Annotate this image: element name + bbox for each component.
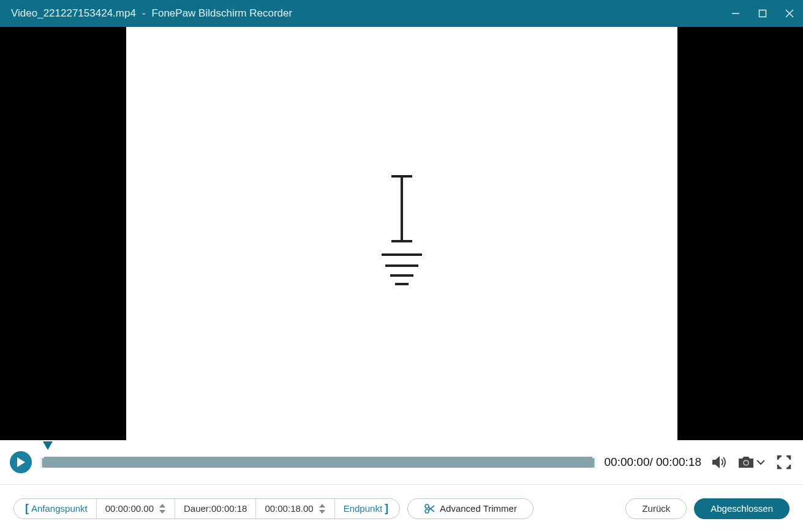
scissors-icon xyxy=(424,503,435,514)
video-canvas xyxy=(126,27,677,440)
title-separator: - xyxy=(142,7,146,20)
title-filename: Video_221227153424.mp4 xyxy=(11,7,136,20)
trim-end-button[interactable]: Endpunkt ] xyxy=(335,499,399,519)
chevron-down-icon xyxy=(756,459,765,465)
svg-marker-11 xyxy=(17,457,25,467)
video-content-glyph xyxy=(374,173,429,295)
done-button-label: Abgeschlossen xyxy=(711,503,773,514)
snapshot-menu-button[interactable] xyxy=(755,453,766,471)
trim-duration-value: 00:00:18 xyxy=(211,503,247,514)
trim-segment-group: [ Anfangspunkt 00:00:00.00 Dauer:00:00:1… xyxy=(13,498,400,519)
svg-marker-15 xyxy=(159,504,165,508)
advanced-trimmer-label: Advanced Trimmer xyxy=(440,503,517,514)
play-icon xyxy=(17,457,25,467)
window-controls xyxy=(722,0,803,27)
svg-rect-1 xyxy=(760,10,766,17)
trim-end-label: Endpunkt xyxy=(344,503,382,514)
bracket-close-icon: ] xyxy=(385,502,388,515)
advanced-trimmer-button[interactable]: Advanced Trimmer xyxy=(407,498,533,519)
svg-marker-16 xyxy=(159,510,165,514)
trim-start-button[interactable]: [ Anfangspunkt xyxy=(14,499,97,519)
snapshot-button[interactable] xyxy=(737,453,755,471)
time-separator: / xyxy=(649,455,656,468)
trim-end-time-cell[interactable]: 00:00:18.00 xyxy=(256,499,334,519)
trim-duration-cell: Dauer:00:00:18 xyxy=(175,499,256,519)
timeline-track[interactable] xyxy=(40,457,596,468)
svg-point-14 xyxy=(744,461,748,465)
playhead-marker[interactable] xyxy=(43,441,53,452)
back-button[interactable]: Zurück xyxy=(625,498,687,519)
svg-marker-18 xyxy=(319,510,325,514)
trim-end-time: 00:00:18.00 xyxy=(265,503,313,514)
trim-start-time: 00:00:00.00 xyxy=(105,503,154,514)
bracket-open-icon: [ xyxy=(25,502,29,515)
done-button[interactable]: Abgeschlossen xyxy=(694,498,790,519)
volume-button[interactable] xyxy=(710,453,728,471)
maximize-button[interactable] xyxy=(749,0,776,27)
end-time-step-up[interactable] xyxy=(319,503,326,509)
trim-bar: [ Anfangspunkt 00:00:00.00 Dauer:00:00:1… xyxy=(0,484,803,532)
minimize-button[interactable] xyxy=(722,0,749,27)
trim-start-label: Anfangspunkt xyxy=(31,503,88,514)
svg-marker-12 xyxy=(43,441,53,450)
end-time-step-down[interactable] xyxy=(319,509,326,515)
trim-handle-end[interactable] xyxy=(592,457,597,469)
play-button[interactable] xyxy=(10,451,32,473)
volume-icon xyxy=(711,455,727,470)
back-button-label: Zurück xyxy=(642,503,670,514)
camera-icon xyxy=(737,455,755,469)
start-time-stepper xyxy=(159,503,166,515)
trim-start-time-cell[interactable]: 00:00:00.00 xyxy=(97,499,175,519)
svg-marker-17 xyxy=(319,504,325,508)
start-time-step-down[interactable] xyxy=(159,509,166,515)
current-time: 00:00:00 xyxy=(605,455,650,468)
timeline[interactable] xyxy=(40,450,596,474)
titlebar: Video_221227153424.mp4 - FonePaw Bildsch… xyxy=(0,0,803,27)
close-button[interactable] xyxy=(776,0,803,27)
total-duration: 00:00:18 xyxy=(656,455,701,468)
time-readout: 00:00:00/ 00:00:18 xyxy=(605,455,702,469)
playback-bar: 00:00:00/ 00:00:18 xyxy=(0,440,803,484)
trim-handle-start[interactable] xyxy=(40,457,45,469)
fullscreen-icon xyxy=(777,455,791,470)
end-time-stepper xyxy=(319,503,326,515)
start-time-step-up[interactable] xyxy=(159,503,166,509)
title-appname: FonePaw Bildschirm Recorder xyxy=(152,7,293,20)
video-preview-area xyxy=(0,27,803,440)
trim-duration-label: Dauer: xyxy=(184,503,211,514)
fullscreen-button[interactable] xyxy=(775,453,793,471)
